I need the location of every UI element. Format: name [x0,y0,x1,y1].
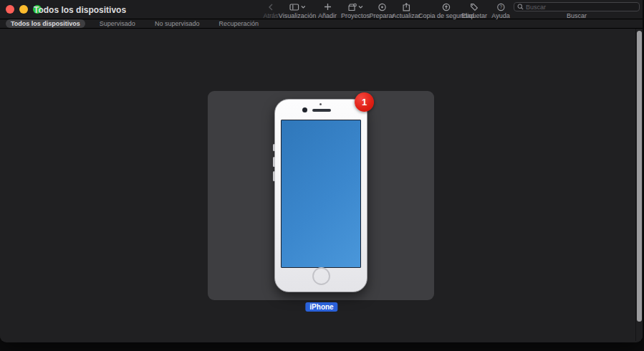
tab-supervised[interactable]: Supervisado [95,19,140,28]
toolbar-view-button[interactable]: Visualización [279,2,316,19]
toolbar-projects-button[interactable]: Proyectos [341,2,370,19]
search-input[interactable] [526,4,636,11]
chevron-down-icon [358,4,363,9]
toolbar-label: Visualización [279,12,316,19]
front-camera [302,107,307,112]
tab-unsupervised[interactable]: No supervisado [150,19,205,28]
tab-recovery[interactable]: Recuperación [213,19,264,28]
tab-all-devices[interactable]: Todos los dispositivos [6,19,85,28]
toolbar-tag-button[interactable]: Etiquetar [461,2,487,19]
box-icon [347,3,357,11]
home-button [312,267,330,285]
notification-badge: 1 [355,92,374,112]
backup-circle-icon [442,2,451,11]
display-icon [289,3,299,11]
toolbar-label: Añadir [318,12,337,19]
earpiece-speaker [312,109,331,112]
app-window: Todos los dispositivos Atrás Visualizaci… [0,0,643,342]
iphone-illustration [274,99,367,292]
toolbar-label: Atrás [263,12,278,19]
toolbar-add-button[interactable]: Añadir [318,2,337,19]
window-title: Todos los dispositivos [34,5,126,15]
toolbar-prepare-button[interactable]: Preparar [369,2,394,19]
search-toolbar-label: Buscar [514,12,640,19]
toolbar-label: Preparar [369,12,394,19]
prepare-circle-icon [378,2,386,11]
device-card-iphone[interactable]: 1 [208,91,434,300]
proximity-sensor [319,103,322,105]
search-field[interactable] [514,2,640,11]
toolbar-label: Etiquetar [461,12,487,19]
title-bar: Todos los dispositivos Atrás Visualizaci… [0,0,643,19]
plus-icon [323,2,331,11]
chevron-down-icon [301,4,306,9]
toolbar-back-button: Atrás [263,2,278,19]
toolbar-label: Actualizar [392,12,420,19]
help-circle-icon: ? [496,2,505,11]
devices-view: 1 iPhone [0,29,643,341]
phone-screen [281,120,361,268]
toolbar-update-button[interactable]: Actualizar [392,2,420,19]
device-name-label[interactable]: iPhone [305,302,337,312]
volume-up-button [273,157,275,167]
toolbar-label: Proyectos [341,12,370,19]
mute-switch [273,144,275,151]
tag-icon [470,2,479,11]
minimize-window-button[interactable] [19,5,28,14]
search-icon [517,4,524,10]
filter-tab-bar: Todos los dispositivos Supervisado No su… [0,19,643,29]
chevron-left-icon [266,2,275,11]
volume-down-button [273,171,275,181]
svg-text:?: ? [499,4,502,9]
toolbar-label: Ayuda [491,12,509,19]
close-window-button[interactable] [6,5,14,14]
scrollbar-thumb[interactable] [637,31,642,322]
toolbar-help-button[interactable]: ? Ayuda [491,2,509,19]
update-tray-icon [402,2,410,11]
